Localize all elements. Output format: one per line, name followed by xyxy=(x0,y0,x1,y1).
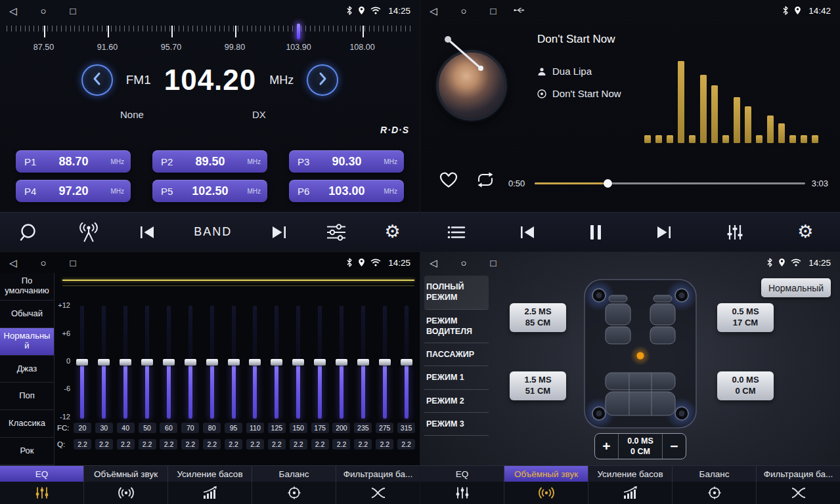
eq-band-slider[interactable] xyxy=(270,306,283,419)
tab-surround[interactable]: Объёмный звук xyxy=(504,466,588,482)
mode-3[interactable]: РЕЖИМ 3 xyxy=(424,413,489,436)
delay-front-left-button[interactable]: 2.5 MS 85 CM xyxy=(510,303,566,332)
home-button[interactable]: ○ xyxy=(461,6,467,16)
progress-slider[interactable] xyxy=(535,177,805,189)
eq-band-slider[interactable] xyxy=(313,306,326,419)
tab-balance[interactable]: Баланс xyxy=(673,466,757,482)
slider-knob[interactable] xyxy=(379,359,391,366)
repeat-button[interactable] xyxy=(475,172,495,190)
broadcast-button[interactable] xyxy=(77,222,100,242)
prev-track-button[interactable] xyxy=(139,225,156,240)
surround-tab-icon[interactable] xyxy=(504,482,588,504)
slider-knob[interactable] xyxy=(185,359,196,366)
eq-band-slider[interactable] xyxy=(248,306,261,419)
slider-knob[interactable] xyxy=(120,359,131,366)
back-button[interactable]: ◁ xyxy=(430,6,437,16)
recents-button[interactable]: □ xyxy=(491,6,497,16)
delay-decrease-button[interactable]: − xyxy=(663,434,686,459)
radio-preset-button[interactable]: P6 103.00 MHz xyxy=(289,180,404,202)
filter-tab-icon[interactable] xyxy=(757,482,840,504)
tab-filter[interactable]: Фильтрация ба... xyxy=(336,466,420,482)
tab-surround[interactable]: Объёмный звук xyxy=(84,466,168,482)
back-button[interactable]: ◁ xyxy=(430,258,437,268)
delay-increase-button[interactable]: + xyxy=(595,434,618,459)
back-button[interactable]: ◁ xyxy=(9,258,17,268)
radio-preset-button[interactable]: P2 89.50 MHz xyxy=(152,150,267,173)
next-track-button[interactable] xyxy=(271,225,288,240)
settings-button[interactable]: ⚙ xyxy=(384,223,400,241)
recents-button[interactable]: □ xyxy=(70,258,76,268)
bass-boost-tab-icon[interactable] xyxy=(588,482,673,504)
slider-knob[interactable] xyxy=(98,359,110,366)
mode-driver[interactable]: РЕЖИМ ВОДИТЕЛЯ xyxy=(424,310,489,344)
eq-band-slider[interactable] xyxy=(378,306,391,419)
slider-knob[interactable] xyxy=(292,359,304,366)
mode-passenger[interactable]: ПАССАЖИР xyxy=(424,343,489,366)
eq-band-slider[interactable] xyxy=(141,306,154,419)
balance-tab-icon[interactable] xyxy=(252,482,336,504)
slider-knob[interactable] xyxy=(271,359,282,366)
eq-preset-jazz[interactable]: Джаз xyxy=(0,356,54,383)
eq-band-slider[interactable] xyxy=(400,306,413,419)
eq-preset-rock[interactable]: Рок xyxy=(0,438,54,465)
eq-tab-icon[interactable] xyxy=(420,482,504,504)
eq-band-slider[interactable] xyxy=(184,306,197,419)
delay-rear-right-button[interactable]: 0.0 MS 0 CM xyxy=(717,371,774,400)
eq-band-slider[interactable] xyxy=(206,306,219,419)
delay-front-right-button[interactable]: 0.5 MS 17 CM xyxy=(717,303,774,332)
slider-knob[interactable] xyxy=(163,359,175,366)
radio-preset-button[interactable]: P3 90.30 MHz xyxy=(289,150,404,173)
eq-band-slider[interactable] xyxy=(76,306,89,419)
prev-station-button[interactable] xyxy=(81,64,113,96)
eq-band-slider[interactable] xyxy=(227,306,240,419)
tab-eq[interactable]: EQ xyxy=(0,466,84,482)
eq-preset-pop[interactable]: Поп xyxy=(0,383,54,410)
prev-track-button[interactable] xyxy=(519,225,536,240)
radio-preset-button[interactable]: P5 102.50 MHz xyxy=(152,180,267,202)
eq-preset-default[interactable]: По умолчанию xyxy=(0,273,54,301)
next-track-button[interactable] xyxy=(655,225,673,240)
next-station-button[interactable] xyxy=(307,64,338,96)
surround-tab-icon[interactable] xyxy=(84,482,168,504)
sound-preset-button[interactable]: Нормальный xyxy=(761,278,831,297)
slider-knob[interactable] xyxy=(249,359,261,366)
home-button[interactable]: ○ xyxy=(41,258,47,268)
equalizer-button[interactable] xyxy=(726,224,744,241)
favorite-button[interactable] xyxy=(439,171,458,191)
slider-knob[interactable] xyxy=(401,359,412,366)
tab-filter[interactable]: Фильтрация ба... xyxy=(757,466,840,482)
eq-preset-custom[interactable]: Обычай xyxy=(0,301,54,328)
tab-bass-boost[interactable]: Усиление басов xyxy=(588,466,673,482)
eq-band-slider[interactable] xyxy=(119,306,132,419)
tab-balance[interactable]: Баланс xyxy=(252,466,336,482)
recents-button[interactable]: □ xyxy=(491,258,497,268)
slider-knob[interactable] xyxy=(76,359,88,366)
slider-knob[interactable] xyxy=(336,359,347,366)
delay-rear-left-button[interactable]: 1.5 MS 51 CM xyxy=(510,371,566,400)
radio-preset-button[interactable]: P1 88.70 MHz xyxy=(16,150,131,173)
eq-band-slider[interactable] xyxy=(292,306,305,419)
radio-preset-button[interactable]: P4 97.20 MHz xyxy=(16,180,131,202)
home-button[interactable]: ○ xyxy=(461,258,467,268)
eq-band-slider[interactable] xyxy=(97,306,110,419)
slider-knob[interactable] xyxy=(228,359,240,366)
slider-knob[interactable] xyxy=(206,359,218,366)
eq-preset-normal[interactable]: Нормальный xyxy=(0,328,54,356)
tab-bass-boost[interactable]: Усиление басов xyxy=(168,466,252,482)
playlist-button[interactable] xyxy=(447,225,466,240)
settings-button[interactable]: ⚙ xyxy=(797,223,813,241)
tab-eq[interactable]: EQ xyxy=(420,466,504,482)
filter-tab-icon[interactable] xyxy=(336,482,420,504)
slider-knob[interactable] xyxy=(314,359,326,366)
mode-1[interactable]: РЕЖИМ 1 xyxy=(424,366,489,389)
eq-band-slider[interactable] xyxy=(357,306,370,419)
eq-band-slider[interactable] xyxy=(335,306,348,419)
search-button[interactable] xyxy=(19,222,39,242)
slider-knob[interactable] xyxy=(357,359,369,366)
slider-knob[interactable] xyxy=(141,359,153,366)
tuner-scale[interactable]: 87.5091.6095.7099.80103.90108.00 xyxy=(0,22,420,54)
band-button[interactable]: BAND xyxy=(194,225,232,239)
eq-tab-icon[interactable] xyxy=(0,482,84,504)
home-button[interactable]: ○ xyxy=(41,6,47,16)
bass-boost-tab-icon[interactable] xyxy=(168,482,252,504)
